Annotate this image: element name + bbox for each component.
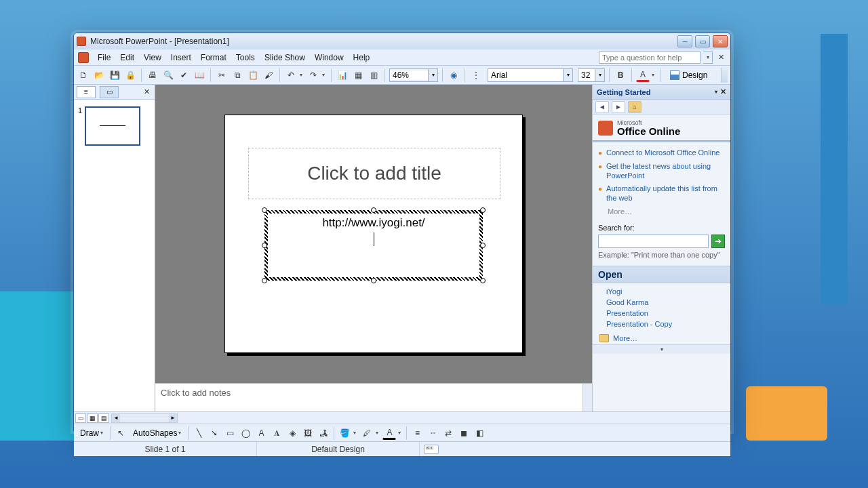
open-icon[interactable]: 📂 bbox=[92, 68, 106, 82]
cut-icon[interactable]: ✂ bbox=[215, 68, 229, 82]
slide-thumb-preview[interactable] bbox=[85, 106, 140, 146]
search-go-button[interactable]: ➔ bbox=[711, 235, 725, 248]
scroll-left-icon[interactable]: ◄ bbox=[112, 414, 120, 422]
notes-scrollbar[interactable] bbox=[583, 384, 592, 411]
line-color-icon[interactable]: 🖊 bbox=[360, 426, 374, 440]
toolbar-overflow[interactable] bbox=[721, 68, 728, 83]
normal-view-button[interactable]: ▭ bbox=[75, 413, 86, 423]
menu-format[interactable]: Format bbox=[196, 52, 231, 64]
menu-edit[interactable]: Edit bbox=[115, 52, 139, 64]
outline-close-button[interactable]: ✕ bbox=[141, 87, 152, 98]
horizontal-scrollbar[interactable]: ◄ ► bbox=[111, 413, 178, 423]
new-icon[interactable]: 🗋 bbox=[77, 68, 90, 82]
slide-sorter-view-button[interactable]: ▦ bbox=[87, 413, 98, 423]
task-pane-close-button[interactable]: ✕ bbox=[720, 87, 726, 96]
slideshow-view-button[interactable]: ▤ bbox=[98, 413, 109, 423]
resize-handle[interactable] bbox=[371, 278, 376, 283]
insert-chart-icon[interactable]: 📊 bbox=[336, 68, 349, 82]
link-latest-news[interactable]: ●Get the latest news about using PowerPo… bbox=[598, 160, 725, 183]
zoom-value[interactable]: 46% bbox=[390, 70, 428, 80]
rectangle-icon[interactable]: ▭ bbox=[223, 426, 237, 440]
resize-handle[interactable] bbox=[262, 243, 267, 248]
shadow-style-icon[interactable]: ◼ bbox=[457, 426, 471, 440]
resize-handle[interactable] bbox=[480, 207, 486, 213]
dash-style-icon[interactable]: ┄ bbox=[426, 426, 439, 440]
insert-picture-icon[interactable]: 🏞 bbox=[317, 426, 330, 440]
nav-home-button[interactable]: ⌂ bbox=[628, 101, 642, 113]
draw-menu[interactable]: Draw▾ bbox=[77, 426, 106, 440]
slide-canvas[interactable]: Click to add title http://www.iyogi.net/ bbox=[155, 85, 592, 383]
textbox-icon[interactable]: A bbox=[254, 426, 268, 440]
spellcheck-status-icon[interactable] bbox=[424, 445, 439, 454]
maximize-button[interactable]: ▭ bbox=[695, 35, 710, 47]
autoshapes-menu[interactable]: AutoShapes▾ bbox=[130, 426, 184, 440]
clipart-icon[interactable]: 🖼 bbox=[301, 426, 315, 440]
subtitle-textbox[interactable]: http://www.iyogi.net/ bbox=[264, 210, 483, 281]
font-color-dropdown[interactable]: ▾ bbox=[650, 72, 656, 78]
oval-icon[interactable]: ◯ bbox=[239, 426, 252, 440]
scroll-right-icon[interactable]: ► bbox=[169, 414, 177, 422]
print-icon[interactable]: 🖶 bbox=[146, 68, 159, 82]
slide-thumbnail[interactable]: 1 bbox=[78, 106, 151, 146]
zoom-dropdown[interactable]: ▾ bbox=[428, 69, 437, 81]
design-button[interactable]: Design bbox=[665, 68, 712, 82]
search-input[interactable] bbox=[598, 235, 709, 248]
format-painter-icon[interactable]: 🖌 bbox=[262, 68, 275, 82]
fill-color-dropdown[interactable]: ▾ bbox=[351, 430, 358, 436]
line-color-dropdown[interactable]: ▾ bbox=[374, 430, 380, 436]
line-style-icon[interactable]: ≡ bbox=[410, 426, 424, 440]
help-search-input[interactable] bbox=[599, 52, 701, 64]
font-color-draw-dropdown[interactable]: ▾ bbox=[396, 430, 403, 436]
resize-handle[interactable] bbox=[262, 207, 267, 213]
arrow-style-icon[interactable]: ⇄ bbox=[441, 426, 455, 440]
font-color-draw-icon[interactable]: A bbox=[382, 426, 396, 440]
menu-tools[interactable]: Tools bbox=[231, 52, 260, 64]
toolbar-options-icon[interactable]: ⋮ bbox=[469, 68, 483, 82]
save-icon[interactable]: 💾 bbox=[108, 68, 121, 82]
recent-file[interactable]: iYogi bbox=[606, 286, 730, 297]
font-combo[interactable]: Arial ▾ bbox=[488, 68, 573, 82]
resize-handle[interactable] bbox=[480, 278, 486, 283]
link-connect-office-online[interactable]: ●Connect to Microsoft Office Online bbox=[598, 146, 725, 160]
nav-back-button[interactable]: ◄ bbox=[595, 101, 609, 113]
bold-button[interactable]: B bbox=[614, 68, 627, 82]
diagram-icon[interactable]: ◈ bbox=[285, 426, 299, 440]
recent-file[interactable]: Presentation bbox=[606, 308, 730, 319]
menu-view[interactable]: View bbox=[139, 52, 166, 64]
redo-dropdown[interactable]: ▾ bbox=[320, 72, 327, 78]
tab-outline[interactable]: ≡ bbox=[77, 86, 96, 98]
spelling-icon[interactable]: ✔ bbox=[177, 68, 191, 82]
open-more[interactable]: More… bbox=[593, 332, 730, 344]
help-icon[interactable]: ◉ bbox=[447, 68, 460, 82]
task-pane-resize-grip[interactable]: ▾ bbox=[593, 344, 730, 354]
recent-file[interactable]: Presentation - Copy bbox=[606, 319, 730, 329]
paste-icon[interactable]: 📋 bbox=[246, 68, 260, 82]
font-size-value[interactable]: 32 bbox=[578, 70, 595, 80]
recent-file[interactable]: Good Karma bbox=[606, 297, 730, 308]
menu-help[interactable]: Help bbox=[349, 52, 375, 64]
line-icon[interactable]: ╲ bbox=[192, 426, 205, 440]
resize-handle[interactable] bbox=[480, 243, 486, 248]
help-search-dropdown[interactable]: ▾ bbox=[703, 52, 713, 64]
menu-window[interactable]: Window bbox=[310, 52, 349, 64]
title-placeholder[interactable]: Click to add title bbox=[248, 148, 500, 199]
link-more[interactable]: More… bbox=[598, 205, 725, 216]
redo-icon[interactable]: ↷ bbox=[307, 68, 320, 82]
zoom-combo[interactable]: 46% ▾ bbox=[389, 68, 438, 82]
wordart-icon[interactable]: 𝐀 bbox=[270, 426, 283, 440]
copy-icon[interactable]: ⧉ bbox=[231, 68, 244, 82]
link-auto-update-list[interactable]: ●Automatically update this list from the… bbox=[598, 182, 725, 205]
slide[interactable]: Click to add title http://www.iyogi.net/ bbox=[224, 115, 523, 353]
minimize-button[interactable]: ─ bbox=[677, 35, 692, 47]
research-icon[interactable]: 📖 bbox=[193, 68, 206, 82]
notes-pane[interactable]: Click to add notes bbox=[155, 383, 592, 411]
print-preview-icon[interactable]: 🔍 bbox=[161, 68, 175, 82]
font-size-dropdown[interactable]: ▾ bbox=[595, 69, 604, 81]
insert-table-icon[interactable]: ▦ bbox=[351, 68, 365, 82]
fill-color-icon[interactable]: 🪣 bbox=[338, 426, 351, 440]
font-size-combo[interactable]: 32 ▾ bbox=[578, 68, 605, 82]
arrow-icon[interactable]: ➘ bbox=[208, 426, 221, 440]
tables-borders-icon[interactable]: ▥ bbox=[367, 68, 380, 82]
doc-close-button[interactable]: ✕ bbox=[715, 52, 726, 63]
nav-forward-button[interactable]: ► bbox=[612, 101, 625, 113]
